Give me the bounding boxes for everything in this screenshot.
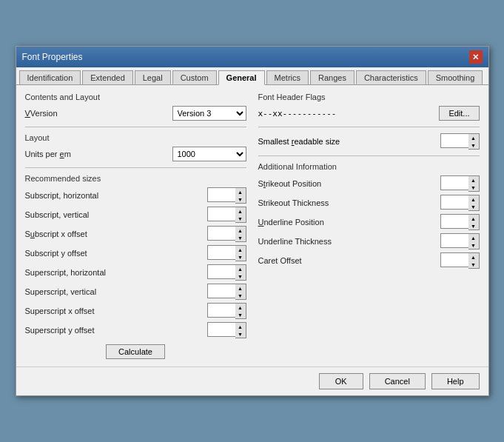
font-header-label: Font Header Flags: [258, 93, 480, 101]
subscript-xoff-up[interactable]: ▲: [235, 227, 246, 234]
superscript-xoff-up[interactable]: ▲: [235, 304, 246, 311]
tab-bar: Identification Extended Legal Custom Gen…: [16, 67, 488, 85]
caret-offset-down[interactable]: ▼: [468, 261, 479, 268]
underline-pos-input[interactable]: -133: [440, 214, 468, 229]
dialog-title: Font Properties: [22, 52, 83, 62]
superscript-xoff-buttons: ▲ ▼: [235, 303, 246, 319]
subscript-xoff-label: Subscript x offset: [25, 230, 207, 238]
caret-offset-row: Caret Offset 0 ▲ ▼: [258, 252, 480, 269]
tab-smoothing[interactable]: Smoothing: [428, 70, 483, 84]
strikeout-pos-up[interactable]: ▲: [468, 176, 479, 184]
superscript-v-buttons: ▲ ▼: [235, 284, 246, 300]
strikeout-thick-row: Strikeout Thickness 50 ▲ ▼: [258, 195, 480, 211]
subscript-v-input[interactable]: 204: [207, 207, 235, 221]
cancel-button[interactable]: Cancel: [369, 373, 426, 389]
help-button[interactable]: Help: [431, 373, 480, 389]
tab-identification[interactable]: Identification: [19, 70, 81, 84]
superscript-yoff-label: Superscript y offset: [25, 326, 207, 335]
superscript-yoff-input[interactable]: 286: [207, 322, 235, 337]
strikeout-pos-down[interactable]: ▼: [468, 184, 479, 191]
tab-characteristics[interactable]: Characteristics: [356, 70, 426, 84]
superscript-v-input[interactable]: 204: [207, 284, 235, 298]
subscript-xoff-down[interactable]: ▼: [235, 234, 246, 241]
strikeout-thick-buttons: ▲ ▼: [468, 195, 480, 211]
superscript-xoff-down[interactable]: ▼: [235, 311, 246, 318]
subscript-h-input[interactable]: 204: [207, 187, 235, 202]
strikeout-thick-input[interactable]: 50: [440, 195, 468, 210]
strikeout-pos-input[interactable]: 250: [440, 175, 468, 190]
smallest-readable-down[interactable]: ▼: [468, 141, 479, 149]
subscript-h-up[interactable]: ▲: [235, 188, 246, 195]
caret-offset-up[interactable]: ▲: [468, 253, 479, 261]
underline-pos-spinner: -133 ▲ ▼: [440, 214, 480, 230]
superscript-v-down[interactable]: ▼: [235, 292, 246, 299]
underline-pos-row: Underline Position -133 ▲ ▼: [258, 214, 480, 230]
tab-ranges[interactable]: Ranges: [310, 70, 355, 84]
contents-layout-label: Contents and Layout: [25, 93, 246, 101]
underline-pos-down[interactable]: ▼: [468, 222, 479, 230]
subscript-h-down[interactable]: ▼: [235, 195, 246, 203]
ok-button[interactable]: OK: [319, 373, 363, 389]
subscript-v-buttons: ▲ ▼: [235, 207, 246, 223]
subscript-xoff-input[interactable]: 0: [207, 226, 235, 241]
smallest-readable-up[interactable]: ▲: [468, 134, 479, 141]
strikeout-thick-down[interactable]: ▼: [468, 203, 479, 210]
smallest-readable-input[interactable]: 0: [440, 133, 468, 148]
tab-metrics[interactable]: Metrics: [266, 70, 309, 84]
superscript-yoff-row: Superscript y offset 286 ▲ ▼: [25, 322, 246, 338]
subscript-h-label: Subscript, horizontal: [25, 191, 207, 200]
tab-custom[interactable]: Custom: [172, 70, 217, 84]
subscript-v-up[interactable]: ▲: [235, 207, 246, 215]
strikeout-thick-up[interactable]: ▲: [468, 195, 479, 203]
superscript-v-label: Superscript, vertical: [25, 287, 207, 296]
strikeout-pos-buttons: ▲ ▼: [468, 175, 480, 192]
smallest-readable-label: Smallest readable size: [258, 137, 340, 146]
superscript-yoff-down[interactable]: ▼: [235, 330, 246, 338]
superscript-h-buttons: ▲ ▼: [235, 264, 246, 281]
underline-pos-label: Underline Position: [258, 218, 440, 227]
superscript-h-up[interactable]: ▲: [235, 265, 246, 272]
calculate-button[interactable]: Calculate: [106, 344, 165, 359]
superscript-h-input[interactable]: 204: [207, 264, 235, 279]
title-bar: Font Properties ✕: [16, 47, 488, 67]
subscript-yoff-input[interactable]: 286: [207, 245, 235, 260]
underline-thick-row: Underline Thickness 20 ▲ ▼: [258, 233, 480, 250]
subscript-v-spinner: 204 ▲ ▼: [207, 207, 246, 223]
subscript-yoff-buttons: ▲ ▼: [235, 245, 246, 261]
flags-text: x--xx-----------: [258, 109, 440, 118]
superscript-yoff-up[interactable]: ▲: [235, 323, 246, 330]
subscript-h-spinner: 204 ▲ ▼: [207, 187, 246, 204]
superscript-v-spinner: 204 ▲ ▼: [207, 284, 246, 300]
tab-general[interactable]: General: [218, 70, 265, 85]
superscript-h-down[interactable]: ▼: [235, 272, 246, 280]
units-per-em-select[interactable]: 256 512 1000 2048: [172, 147, 246, 161]
caret-offset-spinner: 0 ▲ ▼: [440, 252, 480, 269]
subscript-yoff-down[interactable]: ▼: [235, 253, 246, 261]
underline-thick-input[interactable]: 20: [440, 233, 468, 248]
subscript-v-down[interactable]: ▼: [235, 215, 246, 222]
caret-offset-buttons: ▲ ▼: [468, 252, 480, 269]
superscript-yoff-spinner: 286 ▲ ▼: [207, 322, 246, 338]
version-label: VVersion: [25, 109, 172, 118]
subscript-yoff-up[interactable]: ▲: [235, 246, 246, 253]
layout-label: Layout: [25, 133, 246, 142]
version-field: Version 1 Version 2 Version 3 Version 4: [172, 106, 246, 121]
footer: OK Cancel Help: [16, 366, 488, 395]
underline-thick-down[interactable]: ▼: [468, 241, 479, 249]
underline-thick-up[interactable]: ▲: [468, 234, 479, 241]
strikeout-pos-row: Strikeout Position 250 ▲ ▼: [258, 175, 480, 192]
tab-extended[interactable]: Extended: [82, 70, 132, 84]
tab-legal[interactable]: Legal: [135, 70, 171, 84]
strikeout-pos-spinner: 250 ▲ ▼: [440, 175, 480, 192]
strikeout-thick-spinner: 50 ▲ ▼: [440, 195, 480, 211]
caret-offset-input[interactable]: 0: [440, 252, 468, 267]
subscript-yoff-spinner: 286 ▲ ▼: [207, 245, 246, 261]
superscript-v-row: Superscript, vertical 204 ▲ ▼: [25, 284, 246, 300]
version-select[interactable]: Version 1 Version 2 Version 3 Version 4: [172, 106, 246, 121]
left-panel: Contents and Layout VVersion Version 1 V…: [25, 93, 246, 359]
superscript-xoff-input[interactable]: 0: [207, 303, 235, 318]
underline-pos-up[interactable]: ▲: [468, 215, 479, 222]
close-button[interactable]: ✕: [469, 50, 483, 64]
edit-button[interactable]: Edit...: [439, 106, 479, 121]
superscript-v-up[interactable]: ▲: [235, 284, 246, 292]
